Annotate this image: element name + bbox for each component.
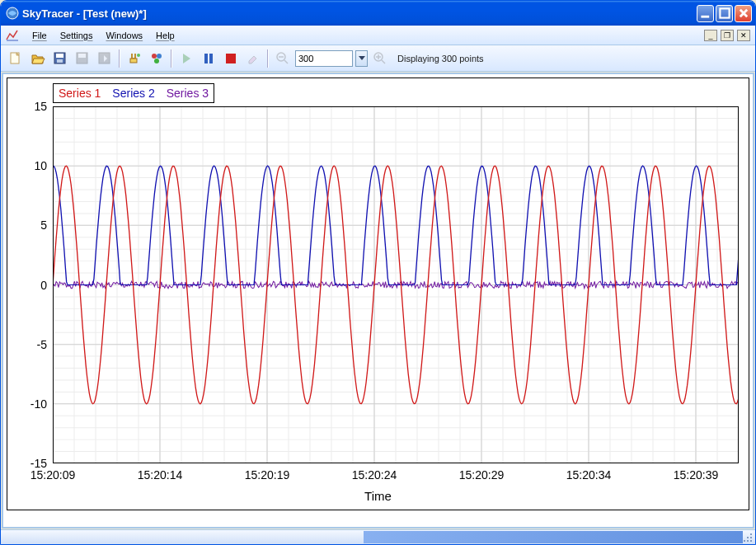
- svg-rect-10: [130, 59, 137, 63]
- stop-button[interactable]: [221, 49, 241, 68]
- open-button[interactable]: [28, 49, 48, 68]
- svg-point-13: [157, 54, 162, 59]
- new-button[interactable]: [6, 49, 26, 68]
- separator: [267, 49, 269, 68]
- svg-line-19: [284, 60, 288, 63]
- svg-rect-6: [57, 59, 63, 63]
- x-tick-label: 15:20:09: [31, 468, 76, 482]
- y-tick-label: 10: [34, 159, 47, 172]
- close-button[interactable]: [735, 5, 752, 22]
- svg-point-105: [750, 537, 752, 538]
- pause-button[interactable]: [199, 49, 218, 68]
- svg-rect-8: [78, 54, 86, 58]
- menu-settings[interactable]: Settings: [54, 28, 100, 43]
- plot-area[interactable]: [53, 106, 739, 463]
- legend-series-3: Series 3: [167, 87, 209, 100]
- statusbar: [1, 529, 755, 544]
- legend-series-2: Series 2: [112, 87, 154, 100]
- svg-rect-15: [204, 54, 208, 63]
- export-button[interactable]: [95, 49, 115, 68]
- svg-point-104: [747, 537, 749, 538]
- zoom-in-button[interactable]: [370, 49, 390, 68]
- x-tick-label: 15:20:24: [352, 468, 397, 482]
- connect-button[interactable]: [124, 49, 144, 68]
- x-tick-label: 15:20:34: [566, 468, 612, 482]
- chart-legend: Series 1 Series 2 Series 3: [53, 83, 214, 103]
- mdi-close-button[interactable]: ✕: [737, 30, 750, 41]
- status-text: Displaying 300 points: [397, 54, 484, 63]
- x-axis-label: Time: [7, 489, 749, 503]
- svg-line-22: [382, 60, 385, 63]
- mdi-restore-button[interactable]: ❐: [721, 30, 734, 41]
- y-tick-label: 15: [34, 100, 47, 113]
- x-tick-label: 15:20:29: [459, 468, 505, 482]
- toolbar: Displaying 300 points: [1, 45, 755, 72]
- mdi-minimize-button[interactable]: _: [704, 30, 717, 41]
- svg-rect-1: [701, 16, 709, 18]
- y-tick-label: -5: [37, 338, 47, 351]
- separator: [119, 49, 120, 68]
- svg-point-11: [137, 54, 140, 57]
- menu-windows[interactable]: Windows: [99, 28, 149, 43]
- save-as-button[interactable]: [73, 49, 92, 68]
- svg-rect-17: [226, 54, 236, 63]
- zoom-out-button[interactable]: [273, 49, 293, 68]
- chart-container: Series 1 Series 2 Series 3 -15-10-505101…: [7, 78, 749, 510]
- resize-grip-icon[interactable]: [742, 532, 754, 543]
- content-area: Series 1 Series 2 Series 3 -15-10-505101…: [2, 73, 754, 529]
- y-axis-ticks: -15-10-5051015: [7, 106, 50, 463]
- svg-point-103: [750, 533, 752, 535]
- window-title: SkyTracer - [Test (new)*]: [22, 7, 697, 20]
- svg-point-108: [750, 540, 752, 542]
- y-tick-label: 0: [40, 279, 47, 292]
- mdi-controls: _ ❐ ✕: [704, 30, 750, 41]
- svg-point-107: [747, 540, 749, 542]
- app-window: SkyTracer - [Test (new)*] File Settings …: [0, 0, 756, 545]
- minimize-button[interactable]: [697, 5, 714, 22]
- titlebar[interactable]: SkyTracer - [Test (new)*]: [1, 1, 755, 26]
- maximize-button[interactable]: [716, 5, 733, 22]
- statusbar-progress: [364, 531, 743, 543]
- x-tick-label: 15:20:39: [674, 468, 719, 482]
- svg-point-14: [154, 59, 159, 63]
- chart-icon: [6, 29, 19, 42]
- save-button[interactable]: [50, 49, 70, 68]
- y-tick-label: -10: [31, 397, 47, 411]
- x-tick-label: 15:20:19: [245, 468, 290, 482]
- x-axis-ticks: 15:20:0915:20:1415:20:1915:20:2415:20:29…: [53, 468, 739, 485]
- svg-rect-16: [209, 54, 213, 63]
- separator: [171, 49, 172, 68]
- menubar: File Settings Windows Help _ ❐ ✕: [1, 26, 755, 45]
- app-icon: [6, 7, 19, 20]
- svg-point-12: [152, 54, 157, 59]
- clear-button[interactable]: [243, 49, 263, 68]
- svg-rect-2: [720, 8, 729, 17]
- titlebar-buttons: [697, 5, 752, 22]
- svg-rect-5: [56, 54, 63, 58]
- svg-point-106: [744, 540, 745, 542]
- menu-file[interactable]: File: [26, 28, 54, 43]
- menu-help[interactable]: Help: [149, 28, 181, 43]
- legend-series-1: Series 1: [59, 87, 101, 100]
- x-tick-label: 15:20:14: [138, 468, 183, 482]
- points-dropdown-icon[interactable]: [355, 50, 368, 67]
- points-input[interactable]: [295, 50, 353, 67]
- play-button[interactable]: [176, 49, 196, 68]
- y-tick-label: 5: [40, 218, 47, 232]
- devices-button[interactable]: [147, 49, 167, 68]
